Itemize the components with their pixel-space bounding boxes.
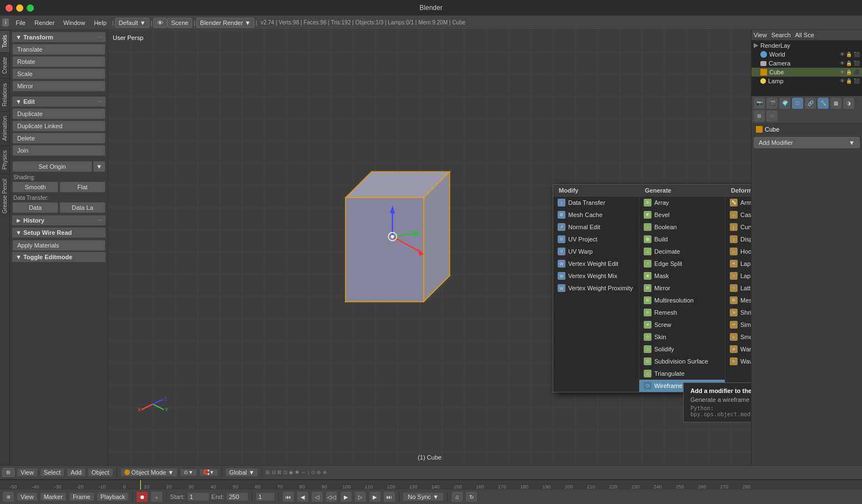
tl-loop-button[interactable]: ↻: [465, 491, 478, 502]
tab-physics[interactable]: Physics: [0, 145, 9, 174]
dd-hook[interactable]: ⌂ Hook: [725, 245, 751, 258]
tab-tools[interactable]: Tools: [0, 30, 9, 52]
dd-solidify[interactable]: □ Solidify: [639, 343, 725, 355]
dd-mesh-deform[interactable]: ⊞ Mesh Deform: [725, 294, 751, 306]
prop-render-icon[interactable]: 📷: [754, 98, 765, 109]
add-menu[interactable]: Add: [67, 468, 86, 477]
apply-materials-button[interactable]: Apply Materials: [12, 240, 106, 251]
scene-input[interactable]: Scene: [167, 18, 192, 28]
timeline-ruler[interactable]: -50 -40 -30 -20 -10 0 10 20 30 40 50 60 …: [0, 480, 862, 490]
tl-marker[interactable]: Marker: [40, 492, 67, 501]
snap-selector[interactable]: 🧲▼: [199, 468, 218, 476]
select-menu[interactable]: Select: [40, 468, 65, 477]
data-la-button[interactable]: Data La: [59, 202, 106, 213]
dd-boolean[interactable]: ∩ Boolean: [639, 221, 725, 233]
history-header[interactable]: ► History ···: [12, 215, 106, 225]
menu-render[interactable]: Render: [30, 18, 59, 27]
dd-uv-project[interactable]: ⊡ UV Project: [553, 233, 639, 245]
set-origin-dropdown[interactable]: ▼: [93, 161, 106, 172]
dd-remesh[interactable]: ⊘ Remesh: [639, 306, 725, 319]
info-icon[interactable]: i: [2, 18, 9, 27]
tl-view[interactable]: View: [17, 492, 38, 501]
dd-skin[interactable]: ⊙ Skin: [639, 331, 725, 343]
tl-audio-button[interactable]: ♫: [451, 491, 463, 502]
view3d-icon[interactable]: 👁: [153, 18, 167, 28]
dd-screw[interactable]: ⊛ Screw: [639, 319, 725, 331]
dd-mesh-cache[interactable]: ⊞ Mesh Cache: [553, 209, 639, 221]
outliner-item-lamp[interactable]: Lamp 👁 🔒 ⬛: [751, 77, 862, 85]
edit-header[interactable]: ▼ Edit ···: [12, 97, 106, 107]
tl-playback[interactable]: Playback: [97, 492, 129, 501]
dd-wave[interactable]: ∿ Wave: [725, 355, 751, 367]
flat-button[interactable]: Flat: [59, 182, 106, 193]
timeline-playhead[interactable]: [140, 480, 141, 490]
dd-shrinkwrap[interactable]: ⇲ Shrinkwrap: [725, 306, 751, 319]
dd-bevel[interactable]: ◩ Bevel: [639, 209, 725, 221]
viewport[interactable]: User Persp: [108, 30, 751, 465]
dd-multiresolution[interactable]: ⊠ Multiresolution: [639, 294, 725, 306]
menu-window[interactable]: Window: [59, 18, 89, 27]
current-frame-field[interactable]: [255, 492, 275, 501]
prop-constraints-icon[interactable]: 🔗: [805, 98, 816, 109]
outliner-tab-search[interactable]: Search: [771, 32, 791, 38]
prop-world-icon[interactable]: 🌍: [779, 98, 790, 109]
minimize-button[interactable]: [16, 4, 23, 12]
dd-build[interactable]: ▦ Build: [639, 233, 725, 245]
tl-prev-keyframe[interactable]: ◁: [311, 491, 323, 502]
menu-help[interactable]: Help: [89, 18, 111, 27]
dd-data-transfer[interactable]: ↕ Data Transfer: [553, 196, 639, 209]
prop-material-icon[interactable]: ◑: [843, 98, 854, 109]
dd-lattice[interactable]: ⊹ Lattice: [725, 282, 751, 294]
dd-array[interactable]: ⊞ Array: [639, 196, 725, 209]
layout-selector[interactable]: Default ▼: [115, 18, 150, 28]
tl-icon[interactable]: ⊞: [2, 491, 14, 502]
tl-jump-end[interactable]: ⏭: [383, 491, 395, 502]
prop-object-icon[interactable]: □: [792, 98, 803, 109]
pivot-selector[interactable]: ⊙▼: [180, 468, 197, 476]
tab-create[interactable]: Create: [0, 52, 9, 78]
translate-button[interactable]: Translate: [12, 44, 106, 55]
dd-warp[interactable]: ⌀ Warp: [725, 343, 751, 355]
outliner-item-camera[interactable]: Camera 👁 🔒 ⬛: [751, 59, 862, 68]
scale-button[interactable]: Scale: [12, 68, 106, 79]
tl-frame[interactable]: Frame: [69, 492, 94, 501]
outliner-tab-view[interactable]: View: [754, 32, 767, 38]
maximize-button[interactable]: [27, 4, 34, 12]
toggle-editmode-header[interactable]: ▼ Toggle Editmode: [12, 252, 106, 262]
outliner-item-cube[interactable]: Cube 👁 🔒 ⬛: [751, 68, 862, 77]
dd-cast[interactable]: ○ Cast: [725, 209, 751, 221]
viewport-icon[interactable]: ⊞: [2, 468, 14, 477]
transform-orientation[interactable]: Global ▼: [225, 468, 259, 477]
tl-record-button[interactable]: ⏺: [136, 491, 148, 502]
data-button[interactable]: Data: [12, 202, 58, 213]
dd-vertex-weight-mix[interactable]: W Vertex Weight Mix: [553, 270, 639, 282]
add-modifier-button[interactable]: Add Modifier ▼: [754, 137, 860, 148]
tab-grease-pencil[interactable]: Grease Pencil: [0, 174, 9, 218]
tl-sync-selector[interactable]: No Sync ▼: [403, 492, 444, 501]
renderer-selector[interactable]: Blender Render ▼: [196, 18, 254, 28]
tab-relations[interactable]: Relations: [0, 78, 9, 111]
dd-simple-deform[interactable]: ↩ Simple Deform: [725, 319, 751, 331]
duplicate-linked-button[interactable]: Duplicate Linked: [12, 120, 106, 132]
dd-smooth[interactable]: ≈ Smooth: [725, 331, 751, 343]
view-menu[interactable]: View: [17, 468, 38, 477]
tab-animation[interactable]: Animation: [0, 111, 9, 145]
dd-vertex-weight-edit[interactable]: W Vertex Weight Edit: [553, 258, 639, 270]
tl-play-reverse[interactable]: ◁◁: [325, 491, 338, 502]
tl-play[interactable]: ▶: [340, 491, 352, 502]
dd-vertex-weight-proximity[interactable]: W Vertex Weight Proximity: [553, 282, 639, 294]
prop-particles-icon[interactable]: ⁙: [766, 110, 778, 122]
setup-wire-header[interactable]: ▼ Setup Wire Read: [12, 228, 106, 238]
dd-armature[interactable]: 🦴 Armature: [725, 196, 751, 209]
transform-header[interactable]: ▼ Transform ···: [12, 32, 106, 42]
dd-curve[interactable]: ∫ Curve: [725, 221, 751, 233]
dd-subdivision-surface[interactable]: ⊡ Subdivision Surface: [639, 355, 725, 367]
end-field[interactable]: [226, 492, 248, 501]
prop-scene-icon[interactable]: 🎬: [766, 98, 778, 109]
start-field[interactable]: [187, 492, 209, 501]
mirror-button[interactable]: Mirror: [12, 80, 106, 92]
outliner-tab-all-scenes[interactable]: All Sce: [795, 32, 814, 38]
dd-triangulate[interactable]: △ Triangulate: [639, 367, 725, 380]
close-button[interactable]: [6, 4, 13, 12]
tl-keyframe-button[interactable]: ⬦: [151, 491, 163, 502]
